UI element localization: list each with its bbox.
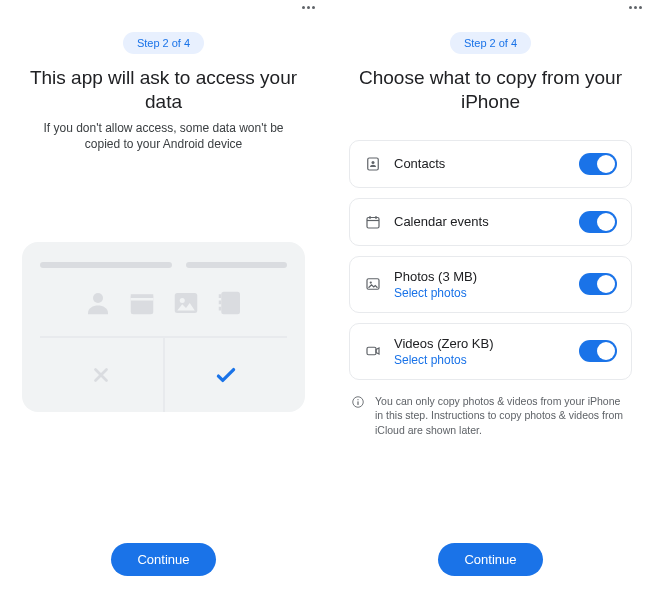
svg-rect-15 [367,347,376,355]
toggle-photos[interactable] [579,273,617,295]
step-badge: Step 2 of 4 [450,32,531,54]
svg-point-5 [179,298,184,303]
item-label: Videos (Zero KB) [394,336,567,351]
page-title: This app will ask to access your data [22,66,305,114]
item-label: Contacts [394,156,567,171]
svg-rect-3 [130,294,153,298]
calendar-icon [127,288,157,318]
info-icon [351,395,365,409]
select-photos-link[interactable]: Select photos [394,286,567,300]
svg-rect-12 [367,217,379,228]
svg-point-0 [93,293,103,303]
person-icon [83,288,113,318]
continue-button[interactable]: Continue [111,543,215,576]
item-label: Photos (3 MB) [394,269,567,284]
svg-point-17 [357,399,358,400]
svg-rect-18 [357,401,358,405]
item-photos[interactable]: Photos (3 MB) Select photos [349,256,632,313]
video-icon [364,342,382,360]
allow-illustration-icon [165,338,288,412]
svg-rect-6 [221,292,240,315]
svg-point-14 [370,281,372,283]
contacts-icon [364,155,382,173]
photo-icon [364,275,382,293]
more-icon[interactable] [302,6,315,9]
step-badge: Step 2 of 4 [123,32,204,54]
screen-left-access-prompt: Step 2 of 4 This app will ask to access … [0,0,327,594]
page-title: Choose what to copy from your iPhone [349,66,632,114]
svg-point-11 [372,161,375,164]
toggle-contacts[interactable] [579,153,617,175]
info-note-text: You can only copy photos & videos from y… [375,394,630,438]
photo-icon [171,288,201,318]
permission-illustration [22,242,305,412]
svg-rect-9 [218,307,221,311]
copy-items-list: Contacts Calendar events Photos (3 MB) S… [349,140,632,380]
deny-illustration-icon [40,338,165,412]
select-videos-link[interactable]: Select photos [394,353,567,367]
toggle-videos[interactable] [579,340,617,362]
svg-rect-8 [218,300,221,304]
screen-right-choose-copy: Step 2 of 4 Choose what to copy from you… [327,0,654,594]
info-note: You can only copy photos & videos from y… [349,394,632,438]
contacts-book-icon [215,288,245,318]
page-subtitle: If you don't allow access, some data won… [22,120,305,152]
item-videos[interactable]: Videos (Zero KB) Select photos [349,323,632,380]
item-label: Calendar events [394,214,567,229]
calendar-icon [364,213,382,231]
continue-button[interactable]: Continue [438,543,542,576]
svg-rect-7 [218,294,221,298]
toggle-calendar[interactable] [579,211,617,233]
item-contacts[interactable]: Contacts [349,140,632,188]
more-icon[interactable] [629,6,642,9]
item-calendar[interactable]: Calendar events [349,198,632,246]
